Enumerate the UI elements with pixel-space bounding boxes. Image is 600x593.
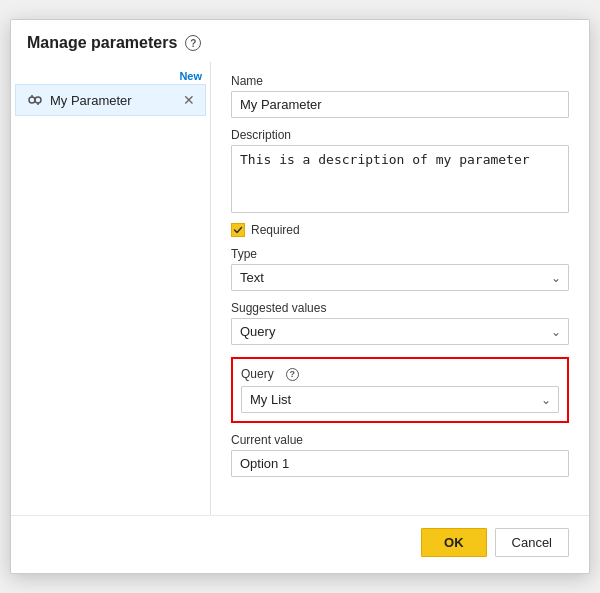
current-value-input[interactable]	[231, 450, 569, 477]
description-field-group: Description This is a description of my …	[231, 128, 569, 213]
current-value-field-group: Current value	[231, 433, 569, 477]
query-select-wrapper: My List ⌄	[241, 386, 559, 413]
dialog-body: New My Parameter ✕ Name	[11, 62, 589, 515]
sidebar-item-name: My Parameter	[50, 93, 183, 108]
name-field-group: Name	[231, 74, 569, 118]
suggested-values-select[interactable]: Query	[231, 318, 569, 345]
help-icon[interactable]: ?	[185, 35, 201, 51]
suggested-values-select-wrapper: Query ⌄	[231, 318, 569, 345]
type-label: Type	[231, 247, 569, 261]
dialog-title: Manage parameters	[27, 34, 177, 52]
name-input[interactable]	[231, 91, 569, 118]
query-select[interactable]: My List	[241, 386, 559, 413]
parameter-icon	[26, 91, 44, 109]
required-row: Required	[231, 223, 569, 237]
type-select-wrapper: Text ⌄	[231, 264, 569, 291]
sidebar-parameter-item[interactable]: My Parameter ✕	[15, 84, 206, 116]
description-textarea[interactable]: This is a description of my parameter	[231, 145, 569, 213]
query-help-icon[interactable]: ?	[286, 368, 299, 381]
type-select[interactable]: Text	[231, 264, 569, 291]
name-label: Name	[231, 74, 569, 88]
new-label: New	[11, 70, 210, 84]
required-label: Required	[251, 223, 300, 237]
description-label: Description	[231, 128, 569, 142]
suggested-values-label: Suggested values	[231, 301, 569, 315]
sidebar: New My Parameter ✕	[11, 62, 211, 515]
suggested-values-field-group: Suggested values Query ⌄	[231, 301, 569, 345]
dialog-header: Manage parameters ?	[11, 20, 589, 62]
query-label: Query	[241, 367, 274, 381]
svg-point-1	[35, 97, 41, 103]
query-section: Query ? My List ⌄	[231, 357, 569, 423]
required-checkbox[interactable]	[231, 223, 245, 237]
query-label-row: Query ?	[241, 367, 559, 381]
manage-parameters-dialog: Manage parameters ? New My Parameter ✕	[10, 19, 590, 574]
dialog-footer: OK Cancel	[11, 515, 589, 573]
cancel-button[interactable]: Cancel	[495, 528, 569, 557]
close-icon[interactable]: ✕	[183, 93, 195, 107]
main-content: Name Description This is a description o…	[211, 62, 589, 515]
type-field-group: Type Text ⌄	[231, 247, 569, 291]
svg-point-0	[29, 97, 35, 103]
ok-button[interactable]: OK	[421, 528, 487, 557]
current-value-label: Current value	[231, 433, 569, 447]
